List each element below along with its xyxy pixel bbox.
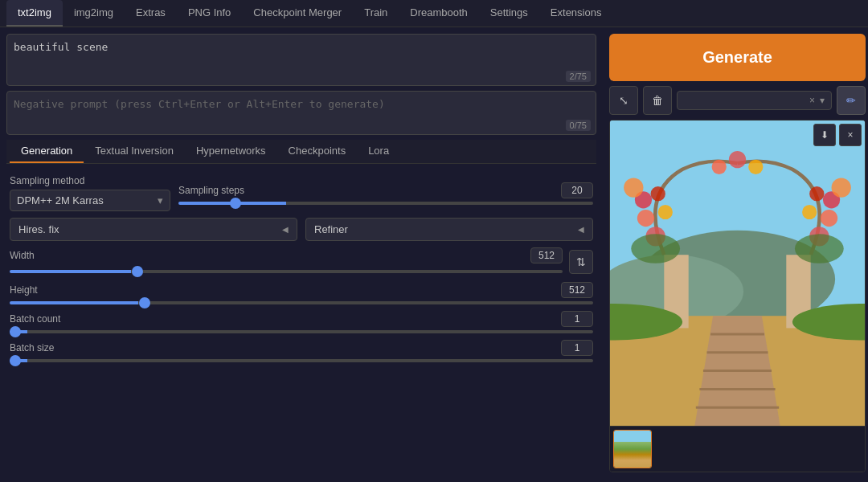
nav-tabs: txt2img img2img Extras PNG Info Checkpoi… (0, 0, 868, 27)
style-input[interactable] (684, 95, 805, 106)
close-image-button[interactable]: × (839, 124, 862, 146)
sampling-steps-group: Sampling steps 20 (178, 182, 593, 205)
svg-point-23 (832, 178, 851, 197)
thumbnail-0[interactable] (613, 430, 652, 468)
generated-image-svg (610, 120, 865, 426)
svg-point-19 (821, 210, 837, 227)
svg-point-24 (631, 234, 680, 263)
sampling-steps-value: 20 (561, 182, 593, 198)
svg-point-27 (729, 151, 746, 168)
download-image-button[interactable]: ⬇ (813, 124, 836, 146)
sampling-method-value: DPM++ 2M Karras (17, 194, 104, 206)
subtab-lora[interactable]: Lora (357, 140, 400, 163)
tab-dreambooth[interactable]: Dreambooth (399, 0, 479, 27)
sampling-method-label: Sampling method (10, 175, 170, 186)
settings-area: Sampling method DPM++ 2M Karras ▾ Sampli… (6, 169, 596, 472)
subtab-hypernetworks[interactable]: Hypernetworks (185, 140, 277, 163)
positive-prompt-input[interactable]: beautiful scene (7, 35, 596, 83)
download-icon: ⬇ (821, 129, 829, 141)
generate-button[interactable]: Generate (609, 34, 866, 81)
positive-prompt-wrapper: beautiful scene 2/75 (6, 34, 596, 86)
svg-point-17 (624, 178, 643, 197)
batch-count-header: Batch count 1 (10, 311, 593, 327)
height-label: Height (10, 284, 38, 296)
height-slider[interactable] (10, 301, 593, 304)
tab-img2img[interactable]: img2img (63, 0, 125, 27)
tab-txt2img[interactable]: txt2img (6, 0, 63, 27)
batch-size-header: Batch size 1 (10, 340, 593, 356)
thumbnail-strip (610, 426, 865, 472)
sub-tabs: Generation Textual Inversion Hypernetwor… (6, 140, 596, 164)
batch-count-label: Batch count (10, 313, 60, 325)
tab-train[interactable]: Train (353, 0, 399, 27)
main-layout: beautiful scene 2/75 0/75 Generation Tex… (0, 27, 868, 479)
width-value: 512 (530, 247, 563, 263)
image-toolbar: ⬇ × (813, 124, 862, 146)
generated-image (610, 120, 865, 426)
batch-count-group: Batch count 1 (10, 311, 593, 333)
right-panel: Generate ⤡ 🗑 × ▾ ✏ (603, 27, 868, 479)
height-value: 512 (561, 282, 593, 298)
style-apply-button[interactable]: ✏ (837, 86, 866, 115)
svg-point-28 (748, 160, 763, 174)
svg-point-20 (802, 205, 817, 219)
close-icon: × (848, 129, 854, 141)
positive-char-count: 2/75 (566, 71, 591, 82)
sampling-steps-header: Sampling steps 20 (178, 182, 593, 198)
batch-count-value: 1 (561, 311, 593, 327)
subtab-checkpoints[interactable]: Checkpoints (277, 140, 358, 163)
width-label: Width (10, 250, 35, 261)
height-header: Height 512 (10, 282, 593, 298)
batch-size-slider[interactable] (10, 359, 593, 362)
tab-png-info[interactable]: PNG Info (177, 0, 242, 27)
width-group: Width 512 (10, 247, 563, 276)
tab-checkpoint-merger[interactable]: Checkpoint Merger (242, 0, 353, 27)
subtab-generation[interactable]: Generation (10, 140, 84, 163)
refiner-button[interactable]: Refiner ◀ (305, 218, 593, 241)
image-output-panel: ⬇ × (609, 120, 866, 472)
batch-size-value: 1 (561, 340, 593, 356)
tab-extensions[interactable]: Extensions (539, 0, 613, 27)
sampling-method-dropdown[interactable]: DPM++ 2M Karras ▾ (10, 190, 170, 211)
hires-fix-chevron-icon: ◀ (282, 225, 289, 234)
swap-icon: ⇅ (576, 255, 586, 268)
sampling-steps-label: Sampling steps (178, 185, 244, 196)
svg-point-25 (795, 234, 844, 263)
resize-icon: ⤡ (619, 94, 628, 107)
width-slider[interactable] (10, 270, 563, 273)
trash-button[interactable]: 🗑 (643, 86, 672, 115)
sampling-steps-slider[interactable] (178, 202, 593, 205)
sampling-row: Sampling method DPM++ 2M Karras ▾ Sampli… (10, 175, 593, 211)
style-input-row: × ▾ (677, 91, 832, 110)
svg-point-22 (809, 186, 824, 201)
trash-icon: 🗑 (652, 94, 663, 107)
left-panel: beautiful scene 2/75 0/75 Generation Tex… (0, 27, 603, 479)
generate-section: Generate ⤡ 🗑 × ▾ ✏ (609, 34, 866, 115)
swap-dimensions-button[interactable]: ⇅ (569, 250, 593, 274)
negative-char-count: 0/75 (566, 120, 591, 131)
negative-prompt-input[interactable] (7, 92, 596, 132)
style-dropdown-icon[interactable]: ▾ (820, 95, 825, 106)
tab-settings[interactable]: Settings (479, 0, 539, 27)
batch-size-label: Batch size (10, 342, 54, 353)
batch-count-slider[interactable] (10, 330, 593, 333)
svg-point-16 (651, 186, 665, 201)
refiner-label: Refiner (314, 223, 348, 235)
resize-button[interactable]: ⤡ (609, 86, 638, 115)
pencil-icon: ✏ (846, 94, 856, 107)
width-header: Width 512 (10, 247, 563, 263)
svg-point-26 (712, 160, 727, 174)
svg-point-14 (658, 205, 673, 219)
style-clear-icon[interactable]: × (809, 95, 815, 106)
hires-fix-label: Hires. fix (18, 223, 59, 235)
negative-prompt-wrapper: 0/75 (6, 91, 596, 135)
batch-size-group: Batch size 1 (10, 340, 593, 362)
height-slider-group: Height 512 (10, 282, 593, 304)
tools-row: ⤡ 🗑 × ▾ ✏ (609, 86, 866, 115)
subtab-textual-inversion[interactable]: Textual Inversion (84, 140, 185, 163)
thumbnail-image-0 (614, 431, 651, 468)
refiner-chevron-icon: ◀ (578, 225, 584, 234)
tab-extras[interactable]: Extras (125, 0, 177, 27)
hires-fix-button[interactable]: Hires. fix ◀ (10, 218, 297, 241)
hires-refiner-row: Hires. fix ◀ Refiner ◀ (10, 218, 593, 241)
